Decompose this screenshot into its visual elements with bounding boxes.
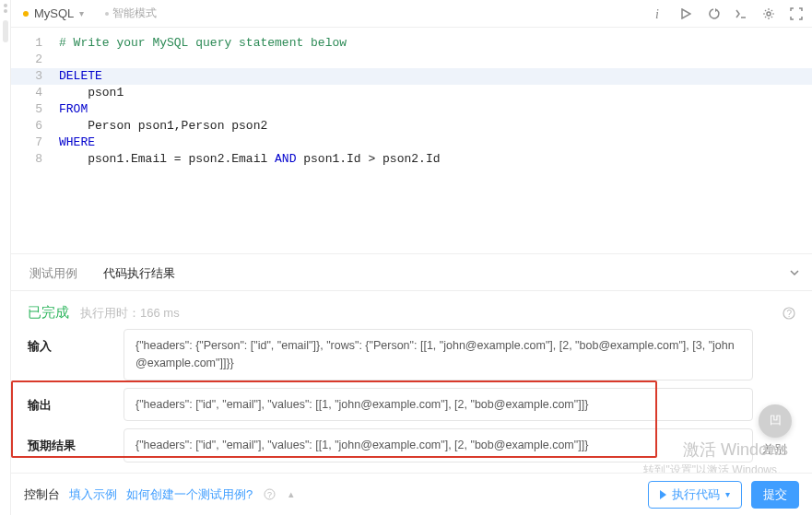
gear-icon[interactable] <box>762 7 775 20</box>
input-value-box[interactable]: {"headers": {"Person": ["id", "email"]},… <box>124 329 753 380</box>
console-label[interactable]: 控制台 <box>24 486 60 503</box>
svg-text:?: ? <box>787 309 793 319</box>
submit-button[interactable]: 提交 <box>751 481 799 509</box>
code-editor[interactable]: 1# Write your MySQL query statement belo… <box>11 28 812 253</box>
chevron-down-icon: ▾ <box>725 489 730 499</box>
output-label: 输出 <box>28 388 124 414</box>
help-icon[interactable]: ? <box>783 307 795 320</box>
svg-text:?: ? <box>267 490 272 499</box>
how-to-create-testcase-link[interactable]: 如何创建一个测试用例? <box>126 486 253 503</box>
floating-button[interactable]: 凹 <box>759 404 792 438</box>
expected-label: 预期结果 <box>28 428 124 454</box>
collapse-panel-icon[interactable] <box>788 266 801 279</box>
language-select[interactable]: MySQL ▾ <box>17 4 94 24</box>
bottom-bar: 控制台 填入示例 如何创建一个测试用例? ? ▴ 执行代码 ▾ 提交 <box>11 473 812 515</box>
terminal-icon[interactable] <box>735 7 747 20</box>
play-icon <box>660 490 666 499</box>
svg-point-4 <box>767 12 771 16</box>
chevron-down-icon: ▾ <box>79 8 84 18</box>
bullet-icon <box>105 12 109 16</box>
chevron-up-icon[interactable]: ▴ <box>288 488 294 500</box>
reset-icon[interactable] <box>707 7 720 20</box>
language-indicator-icon <box>23 11 29 17</box>
status-time: 执行用时：166 ms <box>80 305 180 322</box>
status-done: 已完成 <box>28 304 69 322</box>
fill-example-link[interactable]: 填入示例 <box>69 486 117 503</box>
fullscreen-icon[interactable] <box>790 7 803 20</box>
language-name: MySQL <box>34 6 74 20</box>
auto-mode-label[interactable]: 智能模式 <box>105 6 157 21</box>
tab-testcase[interactable]: 测试用例 <box>17 256 90 289</box>
help-small-icon[interactable]: ? <box>264 488 276 500</box>
editor-topbar: MySQL ▾ 智能模式 i <box>11 0 812 28</box>
run-code-button[interactable]: 执行代码 ▾ <box>648 481 742 509</box>
info-icon[interactable]: i <box>652 7 665 20</box>
input-label: 输入 <box>28 329 124 355</box>
play-icon[interactable] <box>679 7 692 20</box>
svg-marker-1 <box>682 9 690 18</box>
expected-value-box[interactable]: {"headers": ["id", "email"], "values": [… <box>124 428 753 462</box>
left-rail <box>0 0 11 515</box>
output-value-box[interactable]: {"headers": ["id", "email"], "values": [… <box>124 388 753 422</box>
tab-result[interactable]: 代码执行结果 <box>90 256 188 289</box>
svg-text:i: i <box>655 7 659 20</box>
